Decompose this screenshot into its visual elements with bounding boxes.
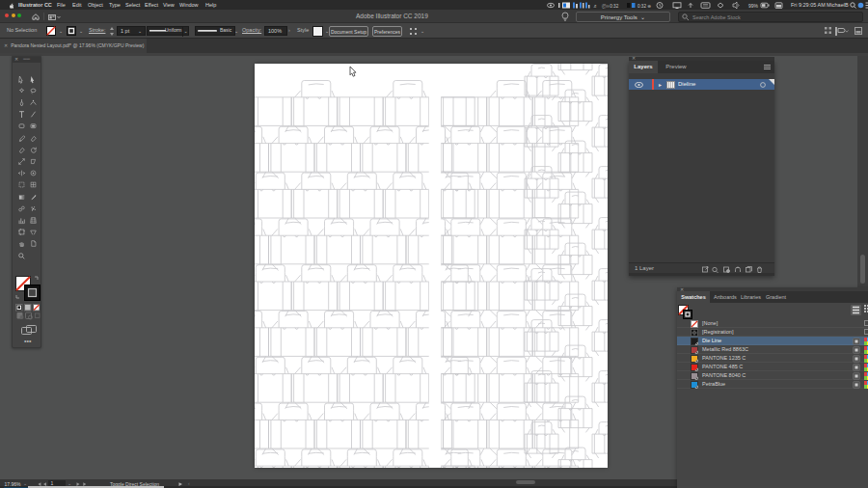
svg-text:0:32 ⊖: 0:32 ⊖ [637,4,651,9]
svg-text:99%: 99% [748,3,759,9]
svg-text:ⓒ⊙0:32: ⓒ⊙0:32 [602,4,619,9]
svg-text:♬: ♬ [593,3,598,9]
